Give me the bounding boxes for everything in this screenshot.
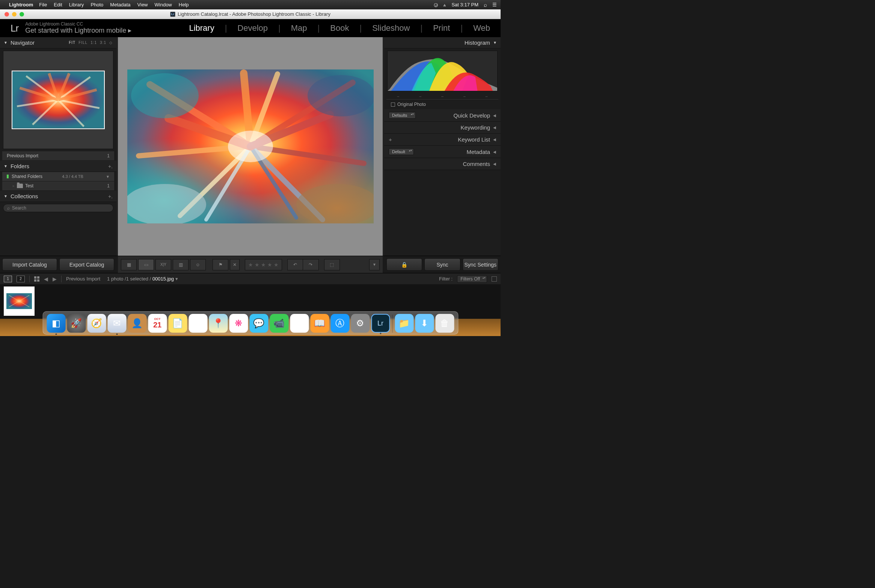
module-slideshow[interactable]: Slideshow: [372, 23, 410, 33]
dock-calendar-icon[interactable]: OCT21: [148, 314, 167, 333]
dock-messages-icon[interactable]: 💬: [249, 314, 268, 333]
zoom-fill[interactable]: FILL: [78, 41, 88, 45]
rotate-cw-button[interactable]: ↷: [303, 259, 319, 270]
menubar-clock[interactable]: Sat 3:17 PM: [451, 2, 478, 8]
loupe-view[interactable]: [118, 37, 383, 256]
dock-launchpad-icon[interactable]: 🚀: [67, 314, 86, 333]
compare-view-button[interactable]: X|Y: [155, 259, 171, 270]
survey-view-button[interactable]: ▥: [173, 259, 189, 270]
minimize-window-button[interactable]: [12, 12, 17, 17]
disclosure-triangle-icon[interactable]: ◀: [493, 113, 496, 118]
zoom-window-button[interactable]: [20, 12, 24, 17]
module-web[interactable]: Web: [473, 23, 490, 33]
disclosure-triangle-icon[interactable]: ▼: [493, 41, 497, 45]
dock-mail-icon[interactable]: ✉: [107, 314, 126, 333]
catalog-previous-import[interactable]: Previous Import 1: [2, 151, 114, 161]
import-catalog-button[interactable]: Import Catalog: [2, 258, 57, 271]
chevron-down-icon[interactable]: ▼: [103, 175, 110, 179]
dock-itunes-icon[interactable]: ♫: [290, 314, 309, 333]
dock-appstore-icon[interactable]: Ⓐ: [330, 314, 349, 333]
rating-stars[interactable]: ★ ★ ★ ★ ★: [245, 259, 282, 270]
dock-contacts-icon[interactable]: 👤: [128, 314, 146, 333]
disclosure-triangle-icon[interactable]: ▼: [4, 164, 8, 168]
forward-arrow-icon[interactable]: ▶: [53, 276, 57, 282]
filename-dropdown-icon[interactable]: ▾: [175, 276, 178, 282]
volume-row[interactable]: Shared Folders 4.3 / 4.4 TB ▼: [2, 172, 114, 181]
metadata-panel-header[interactable]: Default Metadata ◀: [384, 146, 501, 158]
menu-photo[interactable]: Photo: [91, 2, 103, 8]
dock-lightroom-icon[interactable]: Lr: [371, 314, 390, 333]
cc-status-icon[interactable]: ◶: [434, 2, 438, 8]
menu-edit[interactable]: Edit: [54, 2, 62, 8]
keywordlist-panel-header[interactable]: + Keyword List ◀: [384, 134, 501, 146]
module-develop[interactable]: Develop: [237, 23, 268, 33]
dock-reminders-icon[interactable]: ≡: [189, 314, 207, 333]
menubar-list-icon[interactable]: ☰: [492, 2, 497, 8]
menu-view[interactable]: View: [137, 2, 148, 8]
source-label[interactable]: Previous Import: [66, 276, 100, 282]
histogram-display[interactable]: [387, 51, 498, 91]
disclosure-triangle-icon[interactable]: ◀: [493, 125, 496, 130]
flag-picked-button[interactable]: ⚑: [213, 259, 228, 270]
menu-window[interactable]: Window: [155, 2, 172, 8]
menu-library[interactable]: Library: [69, 2, 84, 8]
people-view-button[interactable]: ☺: [190, 259, 206, 270]
sync-lock-button[interactable]: 🔒: [386, 258, 422, 271]
dock-downloads-icon[interactable]: ⬇: [415, 314, 434, 333]
close-window-button[interactable]: [5, 12, 9, 17]
collections-panel-header[interactable]: ▼ Collections +.: [0, 191, 116, 202]
add-collection-icon[interactable]: +.: [108, 193, 113, 199]
export-catalog-button[interactable]: Export Catalog: [59, 258, 114, 271]
secondary-display-button[interactable]: 2: [17, 276, 25, 282]
zoom-fit[interactable]: FIT: [69, 41, 75, 45]
collections-search-input[interactable]: ⌕ Search: [3, 204, 113, 212]
dock-sysprefs-icon[interactable]: ⚙: [351, 314, 370, 333]
comments-panel-header[interactable]: Comments ◀: [384, 158, 501, 170]
filter-lock-icon[interactable]: [492, 276, 497, 282]
module-library[interactable]: Library: [189, 23, 214, 33]
add-folder-icon[interactable]: +.: [108, 163, 113, 169]
original-photo-row[interactable]: Original Photo: [386, 99, 498, 109]
current-filename[interactable]: 00015.jpg: [152, 276, 174, 282]
dock-facetime-icon[interactable]: 📹: [270, 314, 288, 333]
dock-folder1-icon[interactable]: 📁: [395, 314, 413, 333]
dock-finder-icon[interactable]: ◧: [47, 314, 65, 333]
menu-file[interactable]: File: [39, 2, 47, 8]
dock-trash-icon[interactable]: 🗑: [435, 314, 454, 333]
face-region-button[interactable]: ⬚: [324, 259, 340, 270]
menubar-app-name[interactable]: Lightroom: [9, 2, 33, 8]
add-keyword-icon[interactable]: +: [389, 136, 392, 143]
checkbox-icon[interactable]: [391, 103, 395, 107]
metadata-preset-dropdown[interactable]: Default: [389, 148, 414, 155]
folder-row[interactable]: ▹ Test 1: [2, 181, 114, 191]
sync-settings-button[interactable]: Sync Settings: [463, 258, 498, 271]
grid-view-button[interactable]: ▦: [121, 259, 137, 270]
module-print[interactable]: Print: [433, 23, 450, 33]
histogram-panel-header[interactable]: Histogram ▼: [384, 37, 501, 48]
expand-icon[interactable]: ▹: [13, 184, 15, 188]
module-map[interactable]: Map: [291, 23, 307, 33]
loupe-view-button[interactable]: ▭: [138, 259, 154, 270]
grid-icon[interactable]: [34, 276, 39, 282]
dock-ibooks-icon[interactable]: 📖: [310, 314, 329, 333]
disclosure-triangle-icon[interactable]: ▼: [4, 41, 8, 45]
disclosure-triangle-icon[interactable]: ▼: [4, 194, 8, 198]
folders-panel-header[interactable]: ▼ Folders +.: [0, 161, 116, 172]
zoom-3-1[interactable]: 3:1: [100, 41, 106, 45]
disclosure-triangle-icon[interactable]: ◀: [493, 137, 496, 142]
spotlight-icon[interactable]: ⌕: [484, 2, 487, 8]
keywording-panel-header[interactable]: Keywording ◀: [384, 122, 501, 134]
rotate-ccw-button[interactable]: ↶: [287, 259, 303, 270]
navigator-panel-header[interactable]: ▼ Navigator FIT FILL 1:1 3:1 ◇: [0, 37, 116, 48]
preset-dropdown[interactable]: Defaults: [389, 112, 416, 119]
menu-help[interactable]: Help: [179, 2, 189, 8]
back-arrow-icon[interactable]: ◀: [44, 276, 48, 282]
filmstrip-thumbnail[interactable]: [4, 286, 35, 316]
zoom-stepper-icon[interactable]: ◇: [109, 41, 113, 45]
quickdevelop-panel-header[interactable]: Defaults Quick Develop ◀: [384, 109, 501, 122]
dock-safari-icon[interactable]: 🧭: [87, 314, 106, 333]
status-icon[interactable]: ⟁: [443, 2, 446, 8]
dock-photos-icon[interactable]: ❋: [229, 314, 248, 333]
flag-rejected-button[interactable]: ✕: [230, 259, 240, 270]
disclosure-triangle-icon[interactable]: ◀: [493, 150, 496, 154]
